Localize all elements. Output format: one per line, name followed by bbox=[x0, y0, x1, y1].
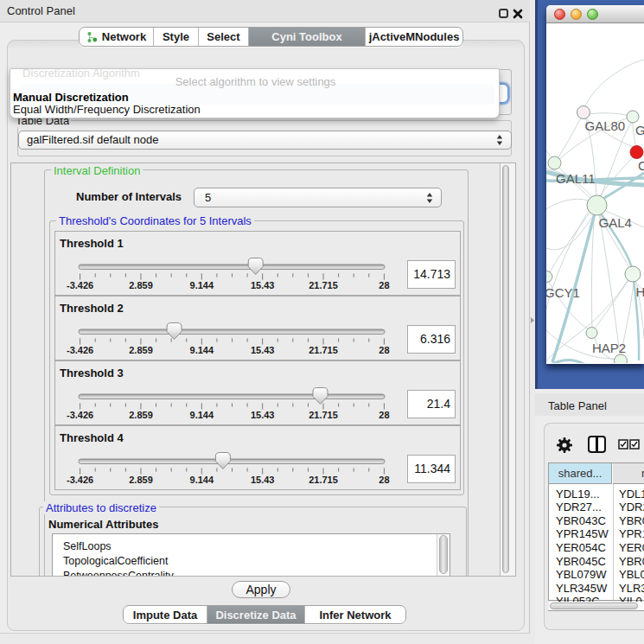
svg-text:15.43: 15.43 bbox=[251, 410, 275, 420]
svg-text:28: 28 bbox=[379, 410, 389, 420]
svg-text:15.43: 15.43 bbox=[251, 280, 275, 290]
svg-text:9.144: 9.144 bbox=[190, 280, 214, 290]
svg-text:2.859: 2.859 bbox=[129, 410, 153, 420]
svg-text:21.715: 21.715 bbox=[309, 280, 338, 290]
svg-text:C: C bbox=[638, 158, 644, 173]
svg-text:21.715: 21.715 bbox=[309, 475, 338, 485]
svg-text:-3.426: -3.426 bbox=[67, 475, 93, 485]
svg-text:15.43: 15.43 bbox=[251, 475, 275, 485]
svg-text:HAP2: HAP2 bbox=[592, 341, 626, 355]
svg-text:15.43: 15.43 bbox=[251, 345, 275, 355]
svg-text:GAL80: GAL80 bbox=[585, 118, 626, 133]
svg-text:GAL11: GAL11 bbox=[556, 171, 596, 186]
svg-text:2.859: 2.859 bbox=[129, 475, 153, 485]
svg-text:GAL4: GAL4 bbox=[599, 215, 632, 230]
svg-text:-3.426: -3.426 bbox=[67, 345, 93, 355]
svg-text:-3.426: -3.426 bbox=[67, 280, 93, 290]
svg-text:9.144: 9.144 bbox=[190, 345, 214, 355]
svg-text:28: 28 bbox=[379, 475, 389, 485]
svg-text:21.715: 21.715 bbox=[309, 410, 338, 420]
svg-text:28: 28 bbox=[379, 345, 389, 355]
svg-text:H: H bbox=[636, 284, 644, 299]
svg-text:9.144: 9.144 bbox=[190, 410, 214, 420]
svg-text:2.859: 2.859 bbox=[129, 345, 153, 355]
svg-text:28: 28 bbox=[379, 280, 389, 290]
svg-text:GCY1: GCY1 bbox=[546, 285, 580, 300]
svg-text:-3.426: -3.426 bbox=[67, 410, 93, 420]
svg-text:2.859: 2.859 bbox=[129, 280, 153, 290]
svg-text:21.715: 21.715 bbox=[309, 345, 338, 355]
svg-text:9.144: 9.144 bbox=[190, 475, 214, 485]
svg-text:G: G bbox=[635, 123, 644, 137]
